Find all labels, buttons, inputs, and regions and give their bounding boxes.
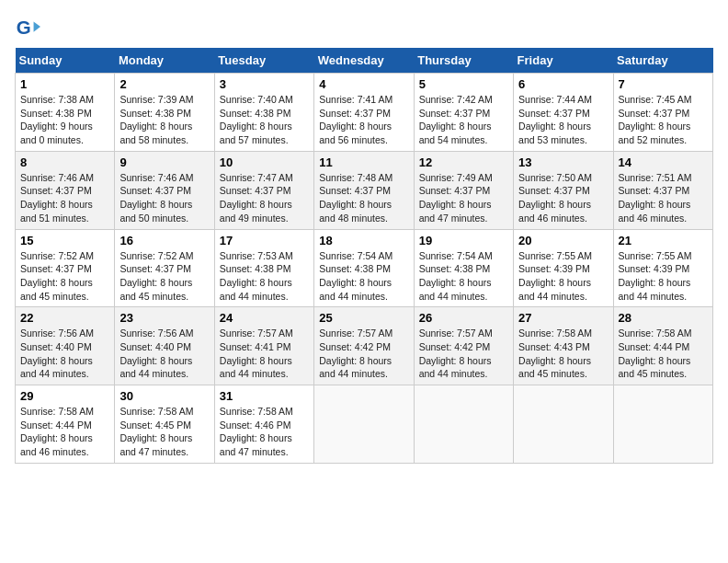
day-number: 5 <box>419 77 508 91</box>
day-info: Sunrise: 7:57 AM Sunset: 4:41 PM Dayligh… <box>220 327 309 381</box>
calendar-cell: 17 Sunrise: 7:53 AM Sunset: 4:38 PM Dayl… <box>214 229 313 307</box>
day-number: 7 <box>619 77 708 91</box>
day-number: 22 <box>20 311 109 325</box>
calendar-cell: 16 Sunrise: 7:52 AM Sunset: 4:37 PM Dayl… <box>115 229 214 307</box>
day-info: Sunrise: 7:54 AM Sunset: 4:38 PM Dayligh… <box>319 249 408 304</box>
calendar-cell: 22 Sunrise: 7:56 AM Sunset: 4:40 PM Dayl… <box>16 307 115 385</box>
day-header-wednesday: Wednesday <box>314 48 414 74</box>
day-number: 1 <box>20 77 109 91</box>
calendar-cell: 30 Sunrise: 7:58 AM Sunset: 4:45 PM Dayl… <box>115 385 214 464</box>
svg-marker-1 <box>34 21 40 31</box>
day-info: Sunrise: 7:58 AM Sunset: 4:44 PM Dayligh… <box>20 405 109 459</box>
day-info: Sunrise: 7:58 AM Sunset: 4:46 PM Dayligh… <box>220 405 309 459</box>
calendar-cell <box>314 385 414 464</box>
calendar-cell: 23 Sunrise: 7:56 AM Sunset: 4:40 PM Dayl… <box>115 307 214 385</box>
day-info: Sunrise: 7:55 AM Sunset: 4:39 PM Dayligh… <box>518 249 608 304</box>
day-info: Sunrise: 7:55 AM Sunset: 4:39 PM Dayligh… <box>619 249 708 304</box>
day-info: Sunrise: 7:57 AM Sunset: 4:42 PM Dayligh… <box>419 327 508 381</box>
day-number: 4 <box>319 77 408 91</box>
day-info: Sunrise: 7:56 AM Sunset: 4:40 PM Dayligh… <box>20 327 109 381</box>
calendar-cell: 20 Sunrise: 7:55 AM Sunset: 4:39 PM Dayl… <box>514 229 613 307</box>
day-info: Sunrise: 7:51 AM Sunset: 4:37 PM Dayligh… <box>619 171 708 225</box>
svg-text:G: G <box>17 17 31 38</box>
calendar-cell: 10 Sunrise: 7:47 AM Sunset: 4:37 PM Dayl… <box>214 151 313 229</box>
calendar-cell: 29 Sunrise: 7:58 AM Sunset: 4:44 PM Dayl… <box>16 385 115 464</box>
calendar-body: 1 Sunrise: 7:38 AM Sunset: 4:38 PM Dayli… <box>16 74 713 464</box>
week-row-3: 15 Sunrise: 7:52 AM Sunset: 4:37 PM Dayl… <box>16 229 713 307</box>
day-info: Sunrise: 7:56 AM Sunset: 4:40 PM Dayligh… <box>119 327 209 381</box>
calendar-cell <box>514 385 613 464</box>
day-info: Sunrise: 7:44 AM Sunset: 4:37 PM Dayligh… <box>518 93 608 147</box>
day-header-thursday: Thursday <box>414 48 513 74</box>
day-info: Sunrise: 7:50 AM Sunset: 4:37 PM Dayligh… <box>518 171 608 225</box>
day-number: 14 <box>619 155 708 169</box>
day-info: Sunrise: 7:42 AM Sunset: 4:37 PM Dayligh… <box>419 93 508 147</box>
day-number: 31 <box>220 389 309 403</box>
calendar-cell: 19 Sunrise: 7:54 AM Sunset: 4:38 PM Dayl… <box>414 229 513 307</box>
calendar-cell: 25 Sunrise: 7:57 AM Sunset: 4:42 PM Dayl… <box>314 307 414 385</box>
calendar-cell: 9 Sunrise: 7:46 AM Sunset: 4:37 PM Dayli… <box>115 151 214 229</box>
calendar-cell: 27 Sunrise: 7:58 AM Sunset: 4:43 PM Dayl… <box>514 307 613 385</box>
day-number: 30 <box>119 389 209 403</box>
calendar-cell: 1 Sunrise: 7:38 AM Sunset: 4:38 PM Dayli… <box>16 74 115 152</box>
day-header-tuesday: Tuesday <box>214 48 313 74</box>
day-number: 19 <box>419 234 508 247</box>
day-number: 17 <box>220 234 309 247</box>
day-number: 28 <box>619 311 708 325</box>
day-info: Sunrise: 7:49 AM Sunset: 4:37 PM Dayligh… <box>419 171 508 225</box>
calendar-cell: 15 Sunrise: 7:52 AM Sunset: 4:37 PM Dayl… <box>16 229 115 307</box>
day-number: 6 <box>518 77 608 91</box>
day-info: Sunrise: 7:45 AM Sunset: 4:37 PM Dayligh… <box>619 93 708 147</box>
week-row-5: 29 Sunrise: 7:58 AM Sunset: 4:44 PM Dayl… <box>16 385 713 464</box>
day-number: 25 <box>319 311 408 325</box>
day-number: 15 <box>20 234 109 247</box>
day-header-monday: Monday <box>115 48 214 74</box>
calendar-cell: 5 Sunrise: 7:42 AM Sunset: 4:37 PM Dayli… <box>414 74 513 152</box>
calendar-cell: 26 Sunrise: 7:57 AM Sunset: 4:42 PM Dayl… <box>414 307 513 385</box>
calendar-cell <box>414 385 513 464</box>
day-header-saturday: Saturday <box>613 48 712 74</box>
day-info: Sunrise: 7:54 AM Sunset: 4:38 PM Dayligh… <box>419 249 508 304</box>
day-number: 20 <box>518 234 608 247</box>
day-info: Sunrise: 7:52 AM Sunset: 4:37 PM Dayligh… <box>119 249 209 304</box>
day-info: Sunrise: 7:48 AM Sunset: 4:37 PM Dayligh… <box>319 171 408 225</box>
day-number: 26 <box>419 311 508 325</box>
day-info: Sunrise: 7:52 AM Sunset: 4:37 PM Dayligh… <box>20 249 109 304</box>
calendar-cell: 11 Sunrise: 7:48 AM Sunset: 4:37 PM Dayl… <box>314 151 414 229</box>
calendar-cell: 31 Sunrise: 7:58 AM Sunset: 4:46 PM Dayl… <box>214 385 313 464</box>
day-number: 27 <box>518 311 608 325</box>
week-row-2: 8 Sunrise: 7:46 AM Sunset: 4:37 PM Dayli… <box>16 151 713 229</box>
logo: G <box>15 15 44 40</box>
calendar-cell: 21 Sunrise: 7:55 AM Sunset: 4:39 PM Dayl… <box>613 229 712 307</box>
calendar-cell <box>613 385 712 464</box>
day-number: 2 <box>119 77 209 91</box>
calendar-header-row: SundayMondayTuesdayWednesdayThursdayFrid… <box>16 48 713 74</box>
calendar-cell: 8 Sunrise: 7:46 AM Sunset: 4:37 PM Dayli… <box>16 151 115 229</box>
day-number: 24 <box>220 311 309 325</box>
day-info: Sunrise: 7:38 AM Sunset: 4:38 PM Dayligh… <box>20 93 109 147</box>
day-number: 9 <box>119 155 209 169</box>
page-header: G <box>15 15 713 40</box>
day-number: 10 <box>220 155 309 169</box>
day-number: 16 <box>119 234 209 247</box>
week-row-4: 22 Sunrise: 7:56 AM Sunset: 4:40 PM Dayl… <box>16 307 713 385</box>
day-number: 18 <box>319 234 408 247</box>
day-number: 21 <box>619 234 708 247</box>
day-info: Sunrise: 7:47 AM Sunset: 4:37 PM Dayligh… <box>220 171 309 225</box>
week-row-1: 1 Sunrise: 7:38 AM Sunset: 4:38 PM Dayli… <box>16 74 713 152</box>
calendar-cell: 12 Sunrise: 7:49 AM Sunset: 4:37 PM Dayl… <box>414 151 513 229</box>
day-number: 11 <box>319 155 408 169</box>
calendar-cell: 2 Sunrise: 7:39 AM Sunset: 4:38 PM Dayli… <box>115 74 214 152</box>
day-number: 13 <box>518 155 608 169</box>
day-info: Sunrise: 7:58 AM Sunset: 4:43 PM Dayligh… <box>518 327 608 381</box>
calendar-cell: 18 Sunrise: 7:54 AM Sunset: 4:38 PM Dayl… <box>314 229 414 307</box>
calendar-cell: 28 Sunrise: 7:58 AM Sunset: 4:44 PM Dayl… <box>613 307 712 385</box>
day-info: Sunrise: 7:46 AM Sunset: 4:37 PM Dayligh… <box>119 171 209 225</box>
day-header-sunday: Sunday <box>16 48 115 74</box>
calendar-cell: 3 Sunrise: 7:40 AM Sunset: 4:38 PM Dayli… <box>214 74 313 152</box>
logo-icon: G <box>15 15 40 40</box>
day-info: Sunrise: 7:46 AM Sunset: 4:37 PM Dayligh… <box>20 171 109 225</box>
day-info: Sunrise: 7:39 AM Sunset: 4:38 PM Dayligh… <box>119 93 209 147</box>
day-info: Sunrise: 7:41 AM Sunset: 4:37 PM Dayligh… <box>319 93 408 147</box>
calendar-table: SundayMondayTuesdayWednesdayThursdayFrid… <box>15 48 713 464</box>
